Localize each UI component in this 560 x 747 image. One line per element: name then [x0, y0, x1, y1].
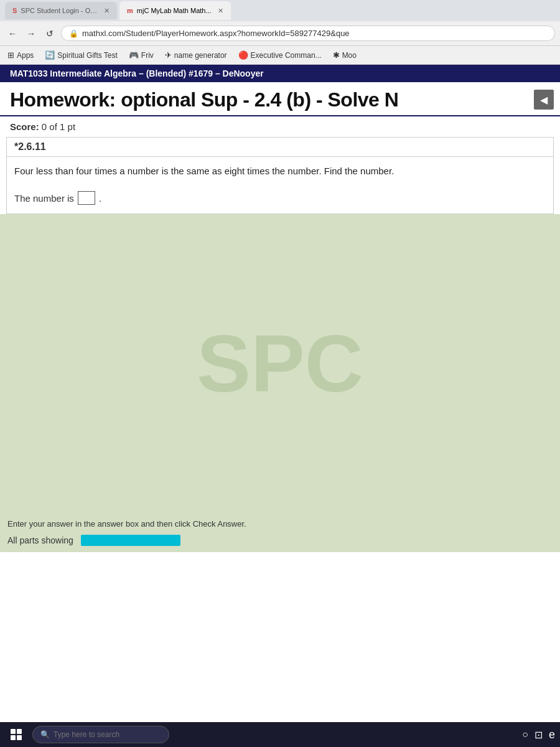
taskbar-search[interactable]: 🔍 — [32, 726, 169, 743]
taskbar-search-input[interactable] — [54, 730, 153, 739]
bookmarks-bar: ⊞ Apps 🔄 Spiritual Gifts Test 🎮 Friv ✈ n… — [0, 46, 560, 65]
apps-icon: ⊞ — [7, 50, 14, 60]
homework-title: Homework: optional Sup - 2.4 (b) - Solve… — [10, 88, 550, 111]
back-navigation-button[interactable]: ◀ — [534, 90, 554, 110]
answer-prompt: The number is — [14, 193, 74, 204]
tab-close-mathxl[interactable]: ✕ — [218, 7, 223, 15]
task-view-icon[interactable]: ⊡ — [534, 729, 543, 741]
bookmark-namegen-label: name generator — [174, 51, 227, 60]
problem-section: *2.6.11 Four less than four times a numb… — [6, 137, 554, 214]
taskbar: 🔍 ○ ⊡ e — [0, 722, 560, 747]
bookmark-friv[interactable]: 🎮 Friv — [126, 49, 156, 61]
windows-icon — [11, 729, 22, 740]
bookmark-apps[interactable]: ⊞ Apps — [5, 49, 36, 61]
tab-bar: S SPC Student Login - One SPC ✕ m mjC My… — [0, 0, 560, 21]
forward-button[interactable]: → — [24, 26, 39, 41]
tab-spc[interactable]: S SPC Student Login - One SPC ✕ — [5, 2, 117, 19]
friv-icon: 🎮 — [129, 50, 139, 60]
cortana-icon[interactable]: ○ — [522, 729, 528, 740]
content-area: SPC — [0, 214, 560, 513]
page-content: MAT1033 Intermediate Algebra – (Blended)… — [0, 65, 560, 722]
bookmark-friv-label: Friv — [141, 51, 154, 60]
answer-row: The number is . — [7, 182, 553, 214]
problem-number: *2.6.11 — [7, 138, 553, 157]
bookmark-spiritual[interactable]: 🔄 Spiritual Gifts Test — [42, 49, 119, 61]
tab-close-spc[interactable]: ✕ — [104, 7, 110, 15]
course-title: MAT1033 Intermediate Algebra – (Blended)… — [10, 68, 264, 78]
score-value: 0 of 1 pt — [42, 121, 75, 132]
lock-icon: 🔒 — [69, 29, 78, 38]
tab-mathxl[interactable]: m mjC MyLab Math Math... ✕ — [119, 1, 231, 20]
score-row: Score: 0 of 1 pt — [0, 116, 560, 137]
execcomman-icon: 🔴 — [238, 50, 248, 60]
address-text: mathxl.com/Student/PlayerHomework.aspx?h… — [82, 29, 350, 38]
bookmark-moo[interactable]: ✱ Moo — [330, 49, 359, 61]
course-header: MAT1033 Intermediate Algebra – (Blended)… — [0, 65, 560, 82]
moo-icon: ✱ — [333, 50, 340, 60]
score-label: Score: — [10, 121, 39, 132]
bookmark-execcomman[interactable]: 🔴 Executive Comman... — [236, 49, 324, 61]
watermark: SPC — [197, 317, 363, 410]
search-icon: 🔍 — [40, 730, 50, 739]
bookmark-namegen[interactable]: ✈ name generator — [162, 49, 230, 61]
start-button[interactable] — [5, 723, 27, 746]
bookmark-execcomman-label: Executive Comman... — [251, 51, 322, 60]
spiritual-icon: 🔄 — [45, 50, 55, 60]
reload-button[interactable]: ↺ — [42, 26, 57, 41]
all-parts-row: All parts showing — [0, 532, 560, 552]
namegen-icon: ✈ — [165, 50, 172, 60]
homework-title-section: Homework: optional Sup - 2.4 (b) - Solve… — [0, 82, 560, 116]
address-bar[interactable]: 🔒 mathxl.com/Student/PlayerHomework.aspx… — [61, 26, 555, 41]
footer-hint: Enter your answer in the answer box and … — [0, 513, 560, 532]
progress-bar — [81, 535, 180, 546]
problem-text: Four less than four times a number is th… — [7, 157, 553, 182]
period: . — [99, 193, 101, 204]
bookmark-apps-label: Apps — [17, 51, 34, 60]
browser-chrome: S SPC Student Login - One SPC ✕ m mjC My… — [0, 0, 560, 65]
edge-icon[interactable]: e — [549, 728, 555, 741]
answer-input[interactable] — [78, 191, 95, 205]
taskbar-system-icons: ○ ⊡ e — [522, 728, 555, 741]
bookmark-spiritual-label: Spiritual Gifts Test — [57, 51, 117, 60]
all-parts-label: All parts showing — [7, 535, 73, 545]
nav-bar: ← → ↺ 🔒 mathxl.com/Student/PlayerHomewor… — [0, 21, 560, 46]
back-button[interactable]: ← — [5, 26, 20, 41]
bookmark-moo-label: Moo — [342, 51, 357, 60]
